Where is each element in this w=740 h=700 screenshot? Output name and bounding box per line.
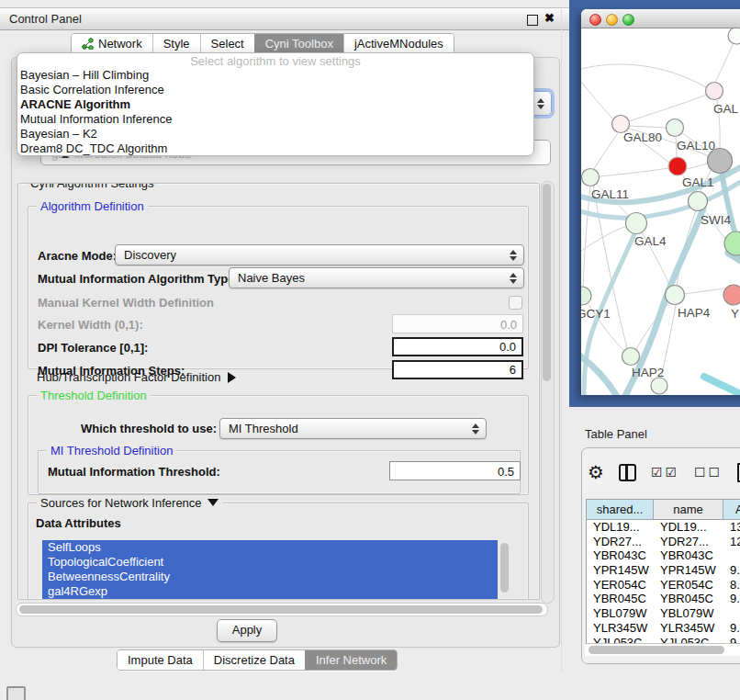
table-row[interactable]: YBR045CYBR045C9. — [587, 592, 740, 606]
network-edge[interactable] — [581, 64, 706, 87]
network-edge-thick[interactable] — [704, 377, 740, 395]
table-horizontal-scrollbar[interactable] — [585, 643, 740, 656]
network-node-gal[interactable] — [706, 83, 723, 100]
network-node-label: GAL10 — [677, 139, 715, 152]
tab-discretize-data[interactable]: Discretize Data — [203, 650, 305, 670]
network-edge[interactable] — [583, 186, 590, 287]
tab-impute-data[interactable]: Impute Data — [118, 650, 203, 670]
network-edge[interactable] — [581, 82, 613, 119]
network-edge[interactable] — [685, 288, 724, 294]
settings-vertical-scrollbar[interactable] — [541, 181, 555, 604]
column-header[interactable]: shared... — [587, 500, 654, 520]
network-canvas[interactable]: GALGAL80GAL10GAL1GAL11GAL4SWI4GCY1HAP4YH… — [581, 28, 740, 395]
table-row[interactable]: YDR27...YDR27...12 — [587, 535, 740, 549]
settings-horizontal-scrollbar[interactable] — [16, 603, 548, 616]
columns-icon[interactable] — [619, 464, 636, 481]
tab-select[interactable]: Select — [200, 34, 254, 53]
which-threshold-select[interactable]: MI Threshold — [219, 418, 487, 439]
mi-steps-field[interactable]: 6 — [392, 360, 523, 379]
table-row[interactable]: YPR145WYPR145W9. — [587, 563, 740, 578]
tab-cyni-toolbox[interactable]: Cyni Toolbox — [254, 34, 343, 53]
network-node-gal1[interactable] — [668, 157, 687, 175]
table-cell: YER054C — [587, 578, 654, 593]
table-cell: YBL079W — [654, 606, 723, 621]
algorithm-option[interactable]: Basic Correlation Inference — [17, 83, 533, 97]
tab-label: Infer Network — [316, 653, 387, 667]
network-node-gal11[interactable] — [582, 169, 600, 186]
scrollbar-thumb[interactable] — [543, 184, 551, 381]
select-all-checkboxes-icon[interactable]: ☑☑ — [651, 465, 679, 480]
network-node-label: GAL80 — [623, 130, 662, 144]
apply-button[interactable]: Apply — [217, 619, 277, 642]
table-row[interactable]: YBR043CYBR043C — [587, 548, 740, 563]
stepper-icon — [509, 268, 518, 288]
network-view-window[interactable]: GALGAL80GAL10GAL1GAL11GAL4SWI4GCY1HAP4YH… — [581, 9, 740, 395]
data-attribute-item[interactable]: TopologicalCoefficient — [42, 555, 498, 570]
table-row[interactable]: YBL079WYBL079W — [587, 606, 740, 621]
node-table: shared...nameAYDL19...YDL19...13YDR27...… — [586, 499, 740, 649]
table-cell: 13 — [723, 520, 740, 535]
deselect-all-checkboxes-icon[interactable]: ☐☐ — [694, 465, 723, 480]
table-row[interactable]: YER054CYER054C8. — [587, 578, 740, 593]
table-row[interactable]: YDL19...YDL19...13 — [587, 520, 740, 535]
dpi-tolerance-field[interactable]: 0.0 — [392, 337, 523, 356]
algorithm-option[interactable]: Dream8 DC_TDC Algorithm — [17, 141, 533, 156]
chevron-right-icon — [228, 372, 236, 383]
network-node-label: GAL11 — [591, 187, 629, 201]
algorithm-option[interactable]: Bayesian – Hill Climbing — [17, 68, 533, 83]
corner-grip[interactable] — [6, 686, 26, 700]
table-cell — [723, 548, 740, 563]
close-panel-icon[interactable]: ✖ — [544, 11, 555, 25]
network-edge[interactable] — [594, 133, 618, 169]
float-panel-icon[interactable] — [527, 15, 538, 26]
network-node[interactable] — [689, 192, 708, 211]
data-attribute-item[interactable]: BetweennessCentrality — [42, 570, 498, 584]
network-node[interactable] — [728, 28, 740, 44]
close-traffic-light-icon[interactable] — [589, 14, 601, 26]
aracne-mode-select[interactable]: Discovery — [115, 244, 524, 265]
network-edge[interactable] — [629, 126, 666, 128]
hub-definition-toggle[interactable]: Hub/Transcription Factor Definition — [37, 370, 236, 384]
tab-infer-network[interactable]: Infer Network — [305, 650, 397, 670]
scrollbar-thumb[interactable] — [19, 605, 543, 614]
network-node-y[interactable] — [723, 285, 740, 305]
network-node-gal10[interactable] — [667, 119, 684, 137]
network-graph[interactable]: GALGAL80GAL10GAL1GAL11GAL4SWI4GCY1HAP4YH… — [581, 28, 740, 395]
network-node-hap2[interactable] — [622, 348, 640, 366]
scrollbar-thumb[interactable] — [589, 646, 724, 654]
data-attribute-item[interactable]: gal4RGexp — [42, 584, 498, 599]
attributes-list-scrollbar[interactable] — [500, 543, 509, 593]
algorithm-option[interactable]: Mutual Information Inference — [17, 112, 533, 127]
kernel-width-field[interactable]: 0.0 — [392, 314, 523, 333]
minimize-traffic-light-icon[interactable] — [606, 14, 618, 26]
table-row[interactable]: YLR345WYLR345W9. — [587, 621, 740, 636]
data-attribute-item[interactable]: SelfLoops — [42, 540, 498, 555]
column-header[interactable]: name — [654, 500, 723, 520]
mi-threshold-field[interactable]: 0.5 — [389, 461, 521, 480]
network-node-gcy1[interactable] — [581, 287, 591, 305]
mi-algorithm-type-select[interactable]: Naive Bayes — [229, 267, 524, 288]
algorithm-option[interactable]: Bayesian – K2 — [17, 127, 533, 141]
data-attributes-list[interactable]: SelfLoopsTopologicalCoefficientBetweenne… — [42, 540, 498, 599]
algorithm-dropdown-popup: Select algorithm to view settings Bayesi… — [17, 52, 534, 156]
network-window-titlebar[interactable] — [581, 9, 740, 28]
tab-jactivemnodules[interactable]: jActiveMNodules — [343, 34, 454, 53]
network-node-gal4[interactable] — [626, 213, 647, 234]
tab-network[interactable]: Network — [72, 34, 152, 53]
zoom-traffic-light-icon[interactable] — [622, 14, 634, 26]
manual-kernel-checkbox[interactable] — [509, 296, 522, 310]
network-node-label: GAL4 — [634, 234, 667, 248]
algorithm-option[interactable]: ARACNE Algorithm — [17, 97, 533, 112]
control-panel-titlebar: Control Panel ✖ — [0, 7, 569, 30]
gear-icon[interactable]: ⚙ — [588, 463, 604, 481]
sources-group-title[interactable]: Sources for Network Inference — [37, 496, 222, 510]
column-header[interactable]: A — [723, 500, 740, 520]
network-node[interactable] — [651, 378, 667, 394]
tab-style[interactable]: Style — [152, 34, 200, 53]
network-edge[interactable] — [687, 164, 708, 169]
network-edge[interactable] — [600, 168, 668, 176]
table-cell: YPR145W — [587, 563, 654, 578]
network-node-hap4[interactable] — [666, 286, 685, 305]
control-panel-title: Control Panel — [9, 12, 82, 26]
network-edge[interactable] — [629, 95, 707, 121]
